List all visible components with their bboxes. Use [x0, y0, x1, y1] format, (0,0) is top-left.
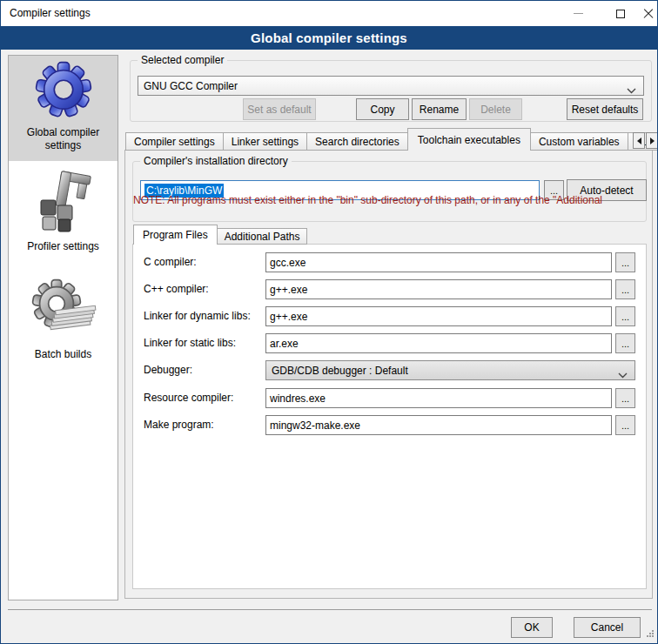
maximize-button[interactable] — [605, 1, 636, 26]
caliper-icon — [32, 171, 95, 239]
sidebar-item-batch-builds[interactable]: Batch builds — [9, 276, 118, 367]
compiler-settings-dialog: Compiler settings Global compiler settin… — [0, 0, 658, 644]
gear-stack-icon — [30, 278, 97, 348]
resource-compiler-input[interactable]: windres.exe — [265, 388, 612, 408]
arrow-right-icon — [650, 138, 655, 144]
make-program-input[interactable]: mingw32-make.exe — [265, 415, 612, 435]
program-files-panel: C compiler: gcc.exe ... C++ compiler: g+… — [132, 244, 647, 589]
chevron-down-icon — [618, 369, 628, 381]
tab-scroll-left-button[interactable] — [633, 132, 645, 149]
cpp-compiler-label: C++ compiler: — [144, 283, 209, 295]
close-button[interactable] — [637, 1, 658, 26]
static-linker-label: Linker for static libs: — [144, 337, 236, 349]
tab-scroll-right-button[interactable] — [646, 132, 658, 149]
arrow-left-icon — [637, 138, 641, 144]
rename-button[interactable]: Rename — [412, 98, 467, 120]
maximize-icon — [616, 10, 625, 18]
reset-defaults-button[interactable]: Reset defaults — [567, 98, 643, 120]
sidebar-item-global-compiler-settings[interactable]: Global compiler settings — [9, 56, 118, 161]
dynamic-linker-input[interactable]: g++.exe — [265, 306, 612, 326]
program-files-tabbar: Program Files Additional Paths — [133, 225, 307, 245]
resource-compiler-browse-button[interactable]: ... — [615, 388, 635, 408]
c-compiler-input[interactable]: gcc.exe — [265, 252, 612, 272]
copy-button[interactable]: Copy — [356, 98, 409, 120]
set-as-default-button[interactable]: Set as default — [243, 98, 316, 120]
banner-title: Global compiler settings — [251, 30, 407, 45]
c-compiler-browse-button[interactable]: ... — [615, 252, 635, 272]
window-title: Compiler settings — [10, 7, 91, 19]
debugger-select[interactable]: GDB/CDB debugger : Default — [265, 360, 635, 380]
blue-gear-icon — [35, 61, 92, 121]
tab-search-directories[interactable]: Search directories — [307, 132, 408, 151]
static-linker-input[interactable]: ar.exe — [265, 333, 612, 353]
note-text: NOTE: All programs must exist either in … — [133, 194, 636, 206]
sidebar-item-profiler-settings[interactable]: Profiler settings — [9, 167, 118, 258]
tab-compiler-settings[interactable]: Compiler settings — [125, 132, 224, 151]
compiler-select[interactable]: GNU GCC Compiler — [138, 76, 644, 96]
debugger-label: Debugger: — [144, 364, 192, 376]
dynamic-linker-browse-button[interactable]: ... — [615, 306, 635, 326]
subtab-program-files[interactable]: Program Files — [133, 225, 218, 245]
minimize-icon — [574, 13, 583, 14]
cpp-compiler-input[interactable]: g++.exe — [265, 279, 612, 299]
minimize-button[interactable] — [562, 1, 594, 26]
cancel-button[interactable]: Cancel — [574, 617, 641, 638]
close-icon — [643, 9, 654, 19]
installation-directory-label: Compiler's installation directory — [140, 155, 292, 167]
cpp-compiler-browse-button[interactable]: ... — [615, 279, 635, 299]
tab-linker-settings[interactable]: Linker settings — [224, 132, 307, 151]
sidebar-item-label: Batch builds — [9, 348, 118, 361]
sidebar-item-label: Profiler settings — [9, 240, 118, 253]
c-compiler-label: C compiler: — [144, 256, 197, 268]
tab-custom-variables[interactable]: Custom variables — [531, 132, 628, 151]
installation-directory-group: Compiler's installation directory C:\ray… — [132, 161, 647, 222]
toolchain-executables-page: Compiler's installation directory C:\ray… — [124, 150, 653, 599]
delete-button[interactable]: Delete — [469, 98, 522, 120]
ok-button[interactable]: OK — [511, 617, 553, 638]
resource-compiler-label: Resource compiler: — [144, 392, 233, 404]
static-linker-browse-button[interactable]: ... — [615, 333, 635, 353]
subtab-additional-paths[interactable]: Additional Paths — [218, 228, 308, 245]
make-program-label: Make program: — [144, 419, 214, 431]
footer-divider — [8, 609, 652, 610]
make-program-browse-button[interactable]: ... — [615, 415, 635, 435]
titlebar: Compiler settings — [1, 1, 657, 26]
settings-sidebar: Global compiler settings — [8, 55, 118, 600]
chevron-down-icon — [627, 84, 636, 97]
settings-tabbar: Compiler settings Linker settings Search… — [125, 128, 658, 151]
selected-compiler-group-label: Selected compiler — [138, 54, 227, 66]
sidebar-item-label: Global compiler settings — [9, 126, 118, 152]
dynamic-linker-label: Linker for dynamic libs: — [144, 310, 251, 322]
compiler-select-value: GNU GCC Compiler — [144, 80, 238, 92]
resize-grip-icon[interactable] — [646, 628, 655, 641]
tab-toolchain-executables[interactable]: Toolchain executables — [407, 128, 531, 151]
debugger-select-value: GDB/CDB debugger : Default — [272, 365, 408, 377]
dialog-banner: Global compiler settings — [1, 26, 657, 50]
